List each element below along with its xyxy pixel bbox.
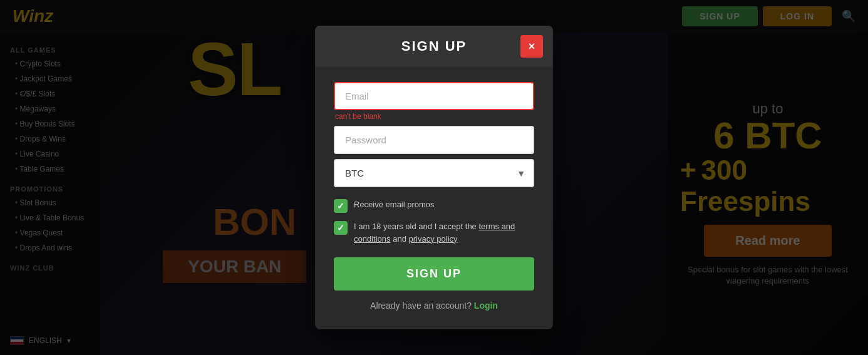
modal-header: SIGN UP × [315,26,553,67]
modal-body: can't be blank BTC ETH USD EUR GBP ▼ [315,67,553,245]
already-account-text: Already have an account? Login [315,301,553,311]
login-link[interactable]: Login [474,301,498,311]
terms-label: I am 18 years old and I accept the terms… [354,220,534,245]
signup-modal: SIGN UP × can't be blank BTC ETH USD EUR [315,26,553,329]
email-group: can't be blank [334,82,534,121]
password-input[interactable] [334,126,534,154]
check-icon: ✓ [337,201,344,211]
terms-checkbox[interactable]: ✓ [334,221,348,235]
privacy-link[interactable]: privacy policy [409,234,458,244]
modal-overlay[interactable]: SIGN UP × can't be blank BTC ETH USD EUR [0,0,868,355]
already-label: Already have an account? [370,301,472,311]
signup-submit-button[interactable]: SIGN UP [334,257,534,291]
terms-prefix: I am 18 years old and I accept the [354,222,477,231]
email-promos-label: Receive email promos [354,198,435,211]
password-group [334,126,534,154]
currency-group: BTC ETH USD EUR GBP ▼ [334,159,534,187]
email-input[interactable] [334,82,534,110]
modal-close-button[interactable]: × [520,35,543,58]
and-text: and [393,234,406,244]
email-promos-row: ✓ Receive email promos [334,198,534,213]
modal-title: SIGN UP [328,38,540,54]
currency-select[interactable]: BTC ETH USD EUR GBP [334,159,534,187]
terms-row: ✓ I am 18 years old and I accept the ter… [334,220,534,245]
email-promos-checkbox[interactable]: ✓ [334,199,348,213]
email-error: can't be blank [335,112,534,121]
check-icon: ✓ [337,223,344,233]
